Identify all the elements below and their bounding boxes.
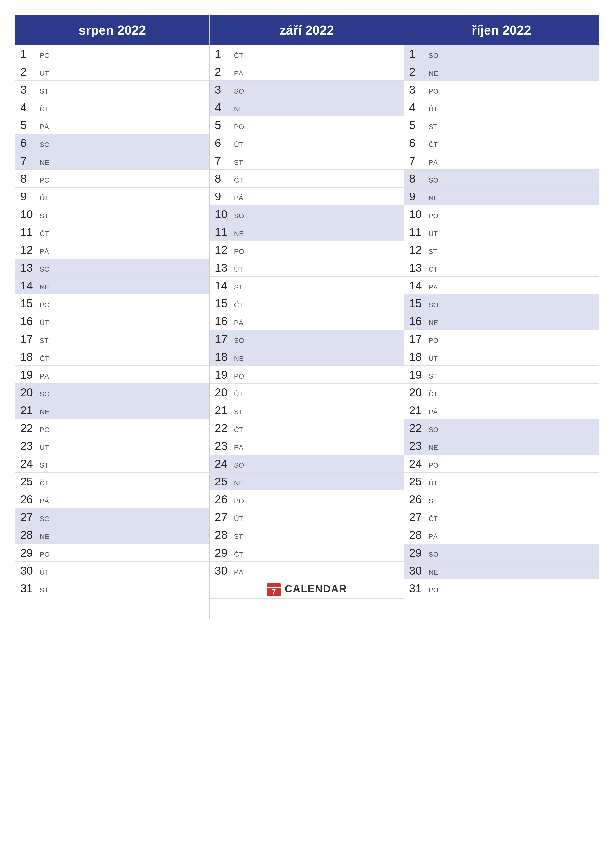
day-number: 22 — [409, 422, 427, 434]
day-name: PO — [40, 301, 50, 310]
day-row: 2PÁ — [210, 63, 404, 81]
day-number: 31 — [20, 583, 37, 594]
day-number: 1 — [409, 48, 427, 60]
day-name: PO — [234, 497, 244, 506]
day-row: 28ST — [210, 526, 404, 544]
day-number: 26 — [215, 494, 232, 505]
calendar-logo-icon: 7 — [266, 581, 281, 596]
day-row: 5PO — [210, 116, 404, 134]
day-number: 21 — [20, 405, 37, 416]
day-name: PÁ — [40, 497, 49, 506]
day-name: ÚT — [40, 194, 49, 203]
day-row: 6ÚT — [210, 134, 404, 152]
day-row: 13ÚT — [210, 259, 404, 277]
day-row: 25ČT — [16, 473, 209, 490]
day-name: NE — [429, 568, 438, 577]
day-row: 16ÚT — [16, 312, 209, 330]
day-number: 3 — [20, 84, 37, 95]
day-row: 11NE — [210, 223, 404, 241]
day-row: 8ČT — [210, 170, 404, 188]
day-row: 19PÁ — [16, 366, 209, 383]
day-row: 8PO — [16, 170, 209, 188]
day-number: 13 — [409, 262, 427, 273]
day-name: PO — [40, 550, 50, 560]
day-number: 16 — [409, 315, 427, 327]
day-number: 28 — [215, 529, 232, 541]
day-name: ÚT — [429, 479, 438, 488]
day-number: 27 — [215, 512, 232, 523]
day-row: 23NE — [404, 437, 598, 455]
month-header-1: září 2022 — [210, 16, 404, 45]
day-row: 1PO — [16, 45, 209, 63]
day-row: 17SO — [210, 330, 404, 348]
day-name: NE — [234, 355, 244, 363]
day-number: 15 — [20, 298, 37, 309]
day-row: 9ÚT — [16, 188, 209, 205]
day-row: 25NE — [210, 473, 404, 490]
day-number: 10 — [409, 209, 427, 220]
day-name: ST — [40, 212, 48, 221]
day-name: PÁ — [40, 123, 49, 132]
header-row: srpen 2022září 2022říjen 2022 — [16, 16, 598, 45]
day-number: 9 — [20, 191, 37, 202]
day-number: 9 — [215, 191, 232, 202]
day-name: ST — [234, 533, 243, 542]
month-column-0: 1PO2ÚT3ST4ČT5PÁ6SO7NE8PO9ÚT10ST11ČT12PÁ1… — [16, 45, 210, 598]
day-row: 21ST — [210, 401, 404, 419]
day-name: PO — [429, 87, 438, 96]
day-number: 7 — [20, 155, 37, 166]
day-row: 9PÁ — [210, 188, 404, 205]
day-number: 20 — [215, 387, 232, 398]
day-row: 27ČT — [404, 508, 598, 526]
day-number: 6 — [20, 137, 37, 149]
day-name: PÁ — [429, 533, 438, 542]
calendar-container: srpen 2022září 2022říjen 2022 1PO2ÚT3ST4… — [15, 15, 599, 619]
day-name: ČT — [429, 265, 438, 274]
day-number: 18 — [409, 351, 427, 363]
day-number: 5 — [20, 119, 37, 131]
day-number: 23 — [215, 440, 232, 451]
day-name: ST — [234, 283, 243, 292]
day-number: 31 — [409, 583, 427, 594]
day-row: 19PO — [210, 366, 404, 383]
day-row: 9NE — [404, 188, 598, 205]
day-row: 12PO — [210, 241, 404, 259]
day-number: 26 — [409, 494, 427, 505]
day-name: PO — [234, 372, 244, 381]
day-name: PO — [40, 177, 50, 185]
day-name: PO — [234, 248, 244, 257]
logo-text: CALENDAR — [285, 583, 347, 595]
day-row: 30NE — [404, 562, 598, 580]
day-number: 26 — [20, 494, 37, 505]
day-name: ÚT — [40, 319, 49, 328]
day-number: 5 — [215, 119, 232, 131]
month-column-2: 1SO2NE3PO4ÚT5ST6ČT7PÁ8SO9NE10PO11ÚT12ST1… — [404, 45, 598, 598]
day-name: ÚT — [40, 568, 49, 577]
day-name: NE — [429, 70, 438, 78]
day-row: 7NE — [16, 152, 209, 170]
day-name: ÚT — [234, 390, 243, 399]
day-name: ÚT — [429, 105, 438, 114]
day-number: 24 — [215, 458, 232, 470]
day-name: PÁ — [40, 372, 49, 381]
day-number: 8 — [20, 173, 37, 184]
day-name: NE — [429, 444, 438, 453]
day-row: 3ST — [16, 81, 209, 98]
day-row: 20ÚT — [210, 383, 404, 401]
day-row: 28NE — [16, 526, 209, 544]
day-name: PO — [40, 426, 50, 435]
day-row: 25ÚT — [404, 473, 598, 490]
day-number: 16 — [20, 315, 37, 327]
day-row: 11ÚT — [404, 223, 598, 241]
day-number: 2 — [409, 66, 427, 78]
day-row: 13SO — [16, 259, 209, 277]
day-row: 14NE — [16, 277, 209, 294]
day-row: 20SO — [16, 383, 209, 401]
day-number: 13 — [215, 262, 232, 273]
day-name: NE — [234, 105, 244, 114]
day-name: NE — [234, 479, 244, 488]
day-number: 22 — [20, 422, 37, 434]
day-name: SO — [429, 52, 438, 60]
day-name: SO — [429, 426, 438, 435]
day-number: 30 — [409, 565, 427, 576]
